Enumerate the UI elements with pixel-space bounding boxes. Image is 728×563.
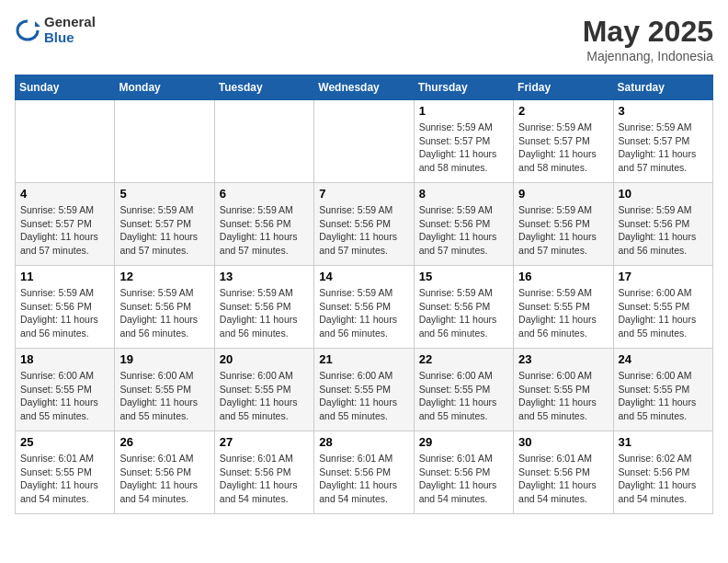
day-cell: 27Sunrise: 6:01 AM Sunset: 5:56 PM Dayli… bbox=[214, 431, 313, 514]
day-number: 4 bbox=[20, 187, 109, 201]
week-row-3: 11Sunrise: 5:59 AM Sunset: 5:56 PM Dayli… bbox=[16, 266, 713, 349]
day-info: Sunrise: 6:00 AM Sunset: 5:55 PM Dayligh… bbox=[20, 369, 109, 423]
day-cell: 28Sunrise: 6:01 AM Sunset: 5:56 PM Dayli… bbox=[314, 431, 414, 514]
location: Majennang, Indonesia bbox=[583, 49, 713, 63]
weekday-header-wednesday: Wednesday bbox=[314, 75, 414, 100]
day-cell: 1Sunrise: 5:59 AM Sunset: 5:57 PM Daylig… bbox=[414, 100, 513, 183]
day-info: Sunrise: 5:59 AM Sunset: 5:56 PM Dayligh… bbox=[419, 203, 508, 258]
day-info: Sunrise: 5:59 AM Sunset: 5:57 PM Dayligh… bbox=[518, 121, 608, 175]
day-cell: 15Sunrise: 5:59 AM Sunset: 5:56 PM Dayli… bbox=[414, 266, 513, 349]
day-number: 25 bbox=[20, 435, 109, 449]
day-cell: 25Sunrise: 6:01 AM Sunset: 5:55 PM Dayli… bbox=[16, 431, 115, 514]
day-number: 17 bbox=[619, 270, 708, 283]
day-info: Sunrise: 5:59 AM Sunset: 5:56 PM Dayligh… bbox=[220, 286, 309, 340]
day-info: Sunrise: 5:59 AM Sunset: 5:56 PM Dayligh… bbox=[419, 286, 508, 340]
week-row-1: 1Sunrise: 5:59 AM Sunset: 5:57 PM Daylig… bbox=[16, 100, 713, 183]
calendar-table: SundayMondayTuesdayWednesdayThursdayFrid… bbox=[15, 75, 713, 514]
week-row-4: 18Sunrise: 6:00 AM Sunset: 5:55 PM Dayli… bbox=[16, 349, 713, 431]
day-info: Sunrise: 5:59 AM Sunset: 5:56 PM Dayligh… bbox=[20, 286, 109, 340]
day-info: Sunrise: 5:59 AM Sunset: 5:56 PM Dayligh… bbox=[319, 203, 408, 258]
day-number: 26 bbox=[119, 435, 209, 449]
day-number: 21 bbox=[319, 352, 408, 366]
day-cell: 14Sunrise: 5:59 AM Sunset: 5:56 PM Dayli… bbox=[314, 266, 414, 349]
weekday-header-thursday: Thursday bbox=[414, 75, 513, 100]
day-number: 12 bbox=[119, 270, 209, 283]
day-cell: 18Sunrise: 6:00 AM Sunset: 5:55 PM Dayli… bbox=[16, 349, 115, 431]
page-header: General Blue May 2025 Majennang, Indones… bbox=[15, 15, 713, 63]
day-info: Sunrise: 6:00 AM Sunset: 5:55 PM Dayligh… bbox=[619, 369, 708, 423]
day-number: 24 bbox=[619, 352, 708, 366]
month-title: May 2025 bbox=[583, 15, 713, 49]
day-cell: 23Sunrise: 6:00 AM Sunset: 5:55 PM Dayli… bbox=[514, 349, 613, 431]
day-cell: 3Sunrise: 5:59 AM Sunset: 5:57 PM Daylig… bbox=[613, 100, 712, 183]
day-info: Sunrise: 6:01 AM Sunset: 5:56 PM Dayligh… bbox=[119, 452, 209, 506]
day-number: 19 bbox=[119, 352, 209, 366]
logo: General Blue bbox=[15, 15, 96, 45]
day-info: Sunrise: 6:01 AM Sunset: 5:55 PM Dayligh… bbox=[20, 452, 109, 506]
title-block: May 2025 Majennang, Indonesia bbox=[583, 15, 713, 63]
day-info: Sunrise: 6:02 AM Sunset: 5:56 PM Dayligh… bbox=[619, 452, 708, 506]
day-info: Sunrise: 6:00 AM Sunset: 5:55 PM Dayligh… bbox=[220, 369, 309, 423]
day-info: Sunrise: 6:00 AM Sunset: 5:55 PM Dayligh… bbox=[419, 369, 508, 423]
day-number: 23 bbox=[518, 352, 608, 366]
day-info: Sunrise: 6:01 AM Sunset: 5:56 PM Dayligh… bbox=[518, 452, 608, 506]
day-info: Sunrise: 5:59 AM Sunset: 5:57 PM Dayligh… bbox=[20, 203, 109, 258]
day-cell: 29Sunrise: 6:01 AM Sunset: 5:56 PM Dayli… bbox=[414, 431, 513, 514]
day-cell: 22Sunrise: 6:00 AM Sunset: 5:55 PM Dayli… bbox=[414, 349, 513, 431]
day-cell: 7Sunrise: 5:59 AM Sunset: 5:56 PM Daylig… bbox=[314, 183, 414, 266]
day-cell: 2Sunrise: 5:59 AM Sunset: 5:57 PM Daylig… bbox=[514, 100, 613, 183]
day-number: 30 bbox=[518, 435, 608, 449]
day-cell: 16Sunrise: 5:59 AM Sunset: 5:55 PM Dayli… bbox=[514, 266, 613, 349]
day-cell bbox=[214, 100, 313, 183]
logo-blue: Blue bbox=[44, 30, 96, 46]
day-number: 2 bbox=[518, 104, 608, 118]
weekday-header-monday: Monday bbox=[115, 75, 214, 100]
day-number: 5 bbox=[119, 187, 209, 201]
day-number: 28 bbox=[319, 435, 408, 449]
day-number: 3 bbox=[619, 104, 708, 118]
day-info: Sunrise: 5:59 AM Sunset: 5:56 PM Dayligh… bbox=[518, 203, 608, 258]
day-info: Sunrise: 5:59 AM Sunset: 5:57 PM Dayligh… bbox=[419, 121, 508, 175]
day-cell: 17Sunrise: 6:00 AM Sunset: 5:55 PM Dayli… bbox=[613, 266, 712, 349]
day-info: Sunrise: 6:01 AM Sunset: 5:56 PM Dayligh… bbox=[319, 452, 408, 506]
day-number: 18 bbox=[20, 352, 109, 366]
day-cell: 6Sunrise: 5:59 AM Sunset: 5:56 PM Daylig… bbox=[214, 183, 313, 266]
day-cell: 8Sunrise: 5:59 AM Sunset: 5:56 PM Daylig… bbox=[414, 183, 513, 266]
weekday-header-sunday: Sunday bbox=[16, 75, 115, 100]
day-cell: 21Sunrise: 6:00 AM Sunset: 5:55 PM Dayli… bbox=[314, 349, 414, 431]
day-cell: 9Sunrise: 5:59 AM Sunset: 5:56 PM Daylig… bbox=[514, 183, 613, 266]
day-number: 29 bbox=[419, 435, 508, 449]
day-cell bbox=[115, 100, 214, 183]
day-cell: 11Sunrise: 5:59 AM Sunset: 5:56 PM Dayli… bbox=[16, 266, 115, 349]
day-number: 16 bbox=[518, 270, 608, 283]
logo-text: General Blue bbox=[44, 15, 96, 45]
day-number: 31 bbox=[619, 435, 708, 449]
day-info: Sunrise: 5:59 AM Sunset: 5:56 PM Dayligh… bbox=[220, 203, 309, 258]
day-number: 1 bbox=[419, 104, 508, 118]
day-cell: 26Sunrise: 6:01 AM Sunset: 5:56 PM Dayli… bbox=[115, 431, 214, 514]
day-number: 6 bbox=[220, 187, 309, 201]
logo-general: General bbox=[44, 15, 96, 30]
day-info: Sunrise: 6:00 AM Sunset: 5:55 PM Dayligh… bbox=[619, 286, 708, 340]
day-cell bbox=[314, 100, 414, 183]
day-number: 7 bbox=[319, 187, 408, 201]
day-cell: 4Sunrise: 5:59 AM Sunset: 5:57 PM Daylig… bbox=[16, 183, 115, 266]
day-number: 13 bbox=[220, 270, 309, 283]
week-row-5: 25Sunrise: 6:01 AM Sunset: 5:55 PM Dayli… bbox=[16, 431, 713, 514]
day-info: Sunrise: 6:00 AM Sunset: 5:55 PM Dayligh… bbox=[319, 369, 408, 423]
day-cell: 5Sunrise: 5:59 AM Sunset: 5:57 PM Daylig… bbox=[115, 183, 214, 266]
day-info: Sunrise: 5:59 AM Sunset: 5:56 PM Dayligh… bbox=[619, 203, 708, 258]
logo-icon bbox=[15, 17, 40, 43]
day-cell: 24Sunrise: 6:00 AM Sunset: 5:55 PM Dayli… bbox=[613, 349, 712, 431]
day-info: Sunrise: 6:00 AM Sunset: 5:55 PM Dayligh… bbox=[518, 369, 608, 423]
day-number: 27 bbox=[220, 435, 309, 449]
day-number: 22 bbox=[419, 352, 508, 366]
day-number: 9 bbox=[518, 187, 608, 201]
day-cell: 10Sunrise: 5:59 AM Sunset: 5:56 PM Dayli… bbox=[613, 183, 712, 266]
week-row-2: 4Sunrise: 5:59 AM Sunset: 5:57 PM Daylig… bbox=[16, 183, 713, 266]
day-info: Sunrise: 6:00 AM Sunset: 5:55 PM Dayligh… bbox=[119, 369, 209, 423]
day-cell: 20Sunrise: 6:00 AM Sunset: 5:55 PM Dayli… bbox=[214, 349, 313, 431]
day-info: Sunrise: 5:59 AM Sunset: 5:56 PM Dayligh… bbox=[119, 286, 209, 340]
weekday-header-saturday: Saturday bbox=[613, 75, 712, 100]
day-number: 10 bbox=[619, 187, 708, 201]
